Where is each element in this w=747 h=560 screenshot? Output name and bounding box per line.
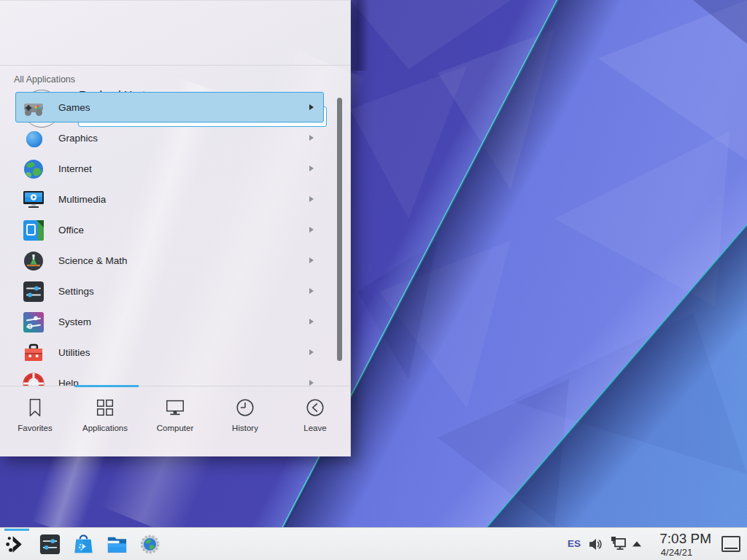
menu-item-settings[interactable]: Settings bbox=[15, 276, 324, 306]
menu-item-science-math[interactable]: Science & Math bbox=[15, 245, 324, 276]
menu-item-graphics[interactable]: Graphics bbox=[15, 122, 324, 153]
tabbar-separator bbox=[0, 386, 350, 386]
menu-item-label: Graphics bbox=[58, 123, 98, 154]
submenu-arrow-icon bbox=[309, 257, 314, 263]
menu-item-label: Internet bbox=[58, 154, 92, 184]
menu-item-label: Games bbox=[58, 93, 90, 123]
submenu-arrow-icon bbox=[309, 319, 314, 324]
taskbar: ES 7:03 PM 4/24/21 bbox=[0, 527, 747, 560]
dolphin-file-manager-launcher[interactable] bbox=[106, 533, 128, 556]
section-label: All Applications bbox=[14, 74, 75, 85]
applications-icon bbox=[94, 397, 116, 419]
submenu-arrow-icon bbox=[309, 135, 314, 141]
menu-item-system[interactable]: System bbox=[15, 306, 324, 337]
network-icon[interactable] bbox=[610, 535, 627, 553]
expand-tray-arrow-icon[interactable] bbox=[632, 540, 642, 548]
games-icon bbox=[22, 96, 45, 120]
menu-item-internet[interactable]: Internet bbox=[15, 153, 324, 184]
show-desktop-glyph bbox=[724, 548, 738, 549]
submenu-arrow-icon bbox=[309, 380, 314, 386]
tab-favorites[interactable]: Favorites bbox=[0, 389, 70, 456]
application-launcher-menu: Raphael Hertzog All Applications Games bbox=[0, 0, 351, 456]
clock-time[interactable]: 7:03 PM bbox=[642, 531, 711, 547]
history-icon bbox=[234, 397, 256, 419]
office-icon bbox=[22, 219, 45, 242]
graphics-icon bbox=[22, 127, 45, 150]
clock-date[interactable]: 4/24/21 bbox=[642, 547, 711, 558]
submenu-arrow-icon bbox=[309, 196, 314, 202]
submenu-arrow-icon bbox=[309, 349, 314, 355]
menu-item-help[interactable]: Help bbox=[15, 368, 324, 386]
volume-icon[interactable] bbox=[588, 537, 603, 552]
tab-computer[interactable]: Computer bbox=[140, 389, 210, 456]
show-desktop-button[interactable] bbox=[721, 536, 740, 552]
tab-history[interactable]: History bbox=[210, 389, 280, 456]
internet-icon bbox=[22, 158, 45, 181]
tab-label: Computer bbox=[140, 424, 210, 432]
menu-item-utilities[interactable]: Utilities bbox=[15, 337, 324, 368]
tab-label: Applications bbox=[70, 424, 140, 432]
menu-item-label: Utilities bbox=[58, 338, 90, 368]
header-separator bbox=[0, 65, 350, 66]
menu-item-label: Office bbox=[58, 215, 84, 246]
desktop: Raphael Hertzog All Applications Games bbox=[0, 0, 747, 560]
launcher-tabbar: Favorites Applications Computer bbox=[0, 389, 351, 456]
menu-item-office[interactable]: Office bbox=[15, 214, 324, 245]
multimedia-icon bbox=[22, 188, 45, 211]
menu-item-multimedia[interactable]: Multimedia bbox=[15, 184, 324, 214]
settings-icon bbox=[22, 280, 45, 303]
menu-item-label: Science & Math bbox=[58, 246, 128, 276]
keyboard-layout-indicator[interactable]: ES bbox=[568, 538, 581, 549]
konqueror-launcher[interactable] bbox=[139, 533, 161, 556]
system-icon bbox=[22, 311, 45, 334]
discover-launcher[interactable] bbox=[72, 533, 95, 556]
tab-label: History bbox=[210, 424, 280, 432]
menu-item-label: Settings bbox=[58, 276, 94, 307]
submenu-arrow-icon bbox=[309, 104, 314, 110]
menu-item-games[interactable]: Games bbox=[15, 92, 324, 122]
tab-applications[interactable]: Applications bbox=[70, 389, 140, 456]
active-tab-indicator bbox=[74, 385, 139, 387]
application-launcher-button[interactable] bbox=[4, 533, 27, 556]
menu-item-label: System bbox=[58, 307, 91, 338]
tab-label: Leave bbox=[280, 424, 350, 432]
menu-item-label: Multimedia bbox=[58, 184, 106, 215]
leave-icon bbox=[304, 397, 326, 419]
scrollbar[interactable] bbox=[337, 98, 342, 361]
help-icon bbox=[22, 372, 45, 386]
submenu-arrow-icon bbox=[309, 288, 314, 294]
menu-item-label: Help bbox=[58, 368, 79, 386]
submenu-arrow-icon bbox=[309, 166, 314, 171]
science-icon bbox=[22, 249, 45, 273]
computer-icon bbox=[164, 397, 186, 419]
app-category-list: Games Graphics bbox=[0, 92, 351, 386]
system-settings-launcher[interactable] bbox=[39, 533, 61, 556]
utilities-icon bbox=[22, 341, 45, 365]
tab-leave[interactable]: Leave bbox=[280, 389, 350, 456]
tab-label: Favorites bbox=[0, 424, 70, 432]
favorites-icon bbox=[24, 397, 46, 419]
submenu-arrow-icon bbox=[309, 227, 314, 233]
active-task-indicator bbox=[4, 529, 29, 531]
